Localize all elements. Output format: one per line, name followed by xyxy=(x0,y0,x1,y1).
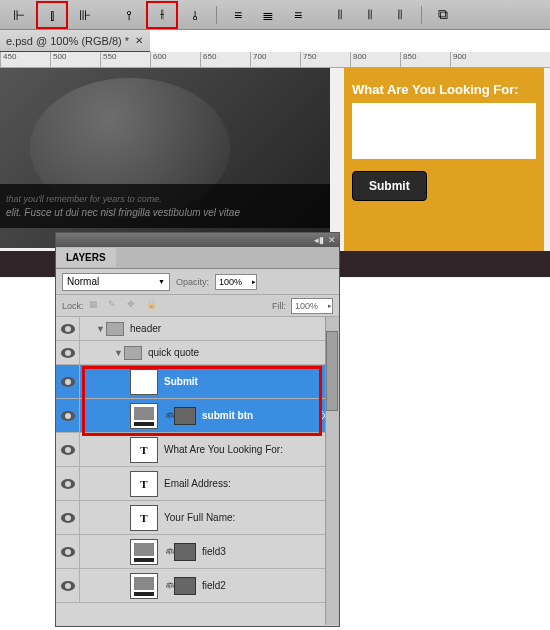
shape-layer-thumb xyxy=(130,403,158,429)
scrollbar[interactable] xyxy=(325,317,339,625)
distribute-bottom-icon[interactable]: ≡ xyxy=(285,4,311,26)
layer-submit-btn[interactable]: 𐄷 submit btn fx ▾ xyxy=(56,399,339,433)
vector-mask-thumb xyxy=(174,407,196,425)
layer-list: ▼ header ▼ quick quote T Submit 𐄷 submit… xyxy=(56,317,339,625)
lock-pixels-icon[interactable]: ✎ xyxy=(108,299,122,313)
form-title: What Are You Looking For: xyxy=(352,82,536,97)
lock-label: Lock: xyxy=(62,301,84,311)
distribute-left-icon[interactable]: ⦀ xyxy=(327,4,353,26)
lock-position-icon[interactable]: ✥ xyxy=(127,299,141,313)
align-right-icon[interactable]: ⊪ xyxy=(72,4,98,26)
layer-name-text[interactable]: T Your Full Name: xyxy=(56,501,339,535)
submit-button[interactable]: Submit xyxy=(352,171,427,201)
folder-icon xyxy=(124,346,142,360)
close-tab-icon[interactable]: ✕ xyxy=(135,35,143,46)
visibility-icon[interactable] xyxy=(61,513,75,523)
align-vcenter-icon[interactable]: ⫲ xyxy=(149,4,175,26)
layer-email-text[interactable]: T Email Address: xyxy=(56,467,339,501)
opacity-value[interactable]: 100%▸ xyxy=(215,274,257,290)
lock-all-icon[interactable]: 🔒 xyxy=(146,299,160,313)
align-bottom-icon[interactable]: ⫰ xyxy=(182,4,208,26)
layer-field2[interactable]: 𐄷 field2 xyxy=(56,569,339,603)
distribute-right-icon[interactable]: ⦀ xyxy=(387,4,413,26)
vector-mask-thumb xyxy=(174,577,196,595)
text-layer-thumb: T xyxy=(130,505,158,531)
distribute-top-icon[interactable]: ≡ xyxy=(225,4,251,26)
text-layer-thumb: T xyxy=(130,471,158,497)
layer-group-header[interactable]: ▼ header xyxy=(56,317,339,341)
document-tab[interactable]: e.psd @ 100% (RGB/8) * ✕ xyxy=(0,30,150,52)
shape-layer-thumb xyxy=(130,539,158,565)
visibility-icon[interactable] xyxy=(61,348,75,358)
layers-panel: ◂▮ ✕ LAYERS Normal▼ Opacity: 100%▸ Lock:… xyxy=(55,232,340,627)
align-left-icon[interactable]: ⊩ xyxy=(6,4,32,26)
lock-transparency-icon[interactable]: ▦ xyxy=(89,299,103,313)
text-layer-thumb: T xyxy=(130,369,158,395)
layer-what-text[interactable]: T What Are You Looking For: xyxy=(56,433,339,467)
hero-image: that you'll remember for years to come. … xyxy=(0,68,330,248)
auto-align-icon[interactable]: ⧉ xyxy=(430,4,456,26)
disclosure-icon[interactable]: ▼ xyxy=(114,348,124,358)
panel-menu-icon[interactable]: ◂▮ xyxy=(314,235,324,245)
link-icon[interactable]: 𐄷 xyxy=(164,545,174,559)
panel-titlebar[interactable]: ◂▮ ✕ xyxy=(56,233,339,247)
layer-submit-text[interactable]: T Submit xyxy=(56,365,339,399)
disclosure-icon[interactable]: ▼ xyxy=(96,324,106,334)
align-top-icon[interactable]: ⫯ xyxy=(116,4,142,26)
form-input[interactable] xyxy=(352,103,536,159)
panel-close-icon[interactable]: ✕ xyxy=(328,235,336,245)
visibility-icon[interactable] xyxy=(61,547,75,557)
link-icon[interactable]: 𐄷 xyxy=(164,409,174,423)
fill-label: Fill: xyxy=(272,301,286,311)
link-icon[interactable]: 𐄷 xyxy=(164,579,174,593)
visibility-icon[interactable] xyxy=(61,581,75,591)
blend-mode-select[interactable]: Normal▼ xyxy=(62,273,170,291)
opacity-label: Opacity: xyxy=(176,277,209,287)
layers-tab[interactable]: LAYERS xyxy=(56,248,116,267)
align-toolbar: ⊩ ⫿ ⊪ ⫯ ⫲ ⫰ ≡ ≣ ≡ ⦀ ⦀ ⦀ ⧉ xyxy=(0,0,550,30)
hero-caption: that you'll remember for years to come. … xyxy=(0,184,330,228)
document-title: e.psd @ 100% (RGB/8) * xyxy=(6,35,129,47)
visibility-icon[interactable] xyxy=(61,324,75,334)
visibility-icon[interactable] xyxy=(61,445,75,455)
visibility-icon[interactable] xyxy=(61,411,75,421)
visibility-icon[interactable] xyxy=(61,377,75,387)
distribute-hcenter-icon[interactable]: ⦀ xyxy=(357,4,383,26)
horizontal-ruler: 450 500 550 600 650 700 750 800 850 900 xyxy=(0,52,550,68)
vector-mask-thumb xyxy=(174,543,196,561)
form-panel: What Are You Looking For: Submit xyxy=(344,68,544,258)
fill-value[interactable]: 100%▸ xyxy=(291,298,333,314)
shape-layer-thumb xyxy=(130,573,158,599)
layer-field3[interactable]: 𐄷 field3 xyxy=(56,535,339,569)
scroll-thumb[interactable] xyxy=(326,331,338,411)
text-layer-thumb: T xyxy=(130,437,158,463)
align-hcenter-icon[interactable]: ⫿ xyxy=(39,4,65,26)
layer-group-quickquote[interactable]: ▼ quick quote xyxy=(56,341,339,365)
folder-icon xyxy=(106,322,124,336)
distribute-vcenter-icon[interactable]: ≣ xyxy=(255,4,281,26)
visibility-icon[interactable] xyxy=(61,479,75,489)
